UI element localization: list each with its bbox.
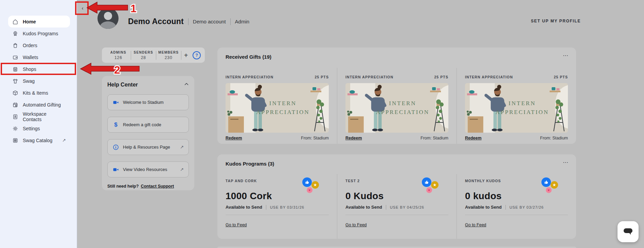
gift-name: INTERN APPRECIATION <box>345 75 393 79</box>
sidebar-item-swag-catalog[interactable]: Swag Catalog ↗ <box>8 134 70 146</box>
kudos-programs-icon <box>12 31 18 37</box>
divider <box>465 215 568 215</box>
divider <box>188 18 189 25</box>
add-member-button[interactable]: + <box>184 52 188 59</box>
video-camera-icon <box>112 99 119 106</box>
overflow-menu-icon[interactable]: ⋯ <box>563 159 569 166</box>
sidebar-item-label: Workspace Contacts <box>23 111 66 122</box>
gift-points: 25 PTS <box>434 75 448 79</box>
help-question-icon[interactable]: ? <box>193 51 201 59</box>
sidebar-item-label: Home <box>23 19 36 24</box>
go-to-feed-link[interactable]: Go to Feed <box>345 223 367 227</box>
kudos-programs-title: Kudos Programs (3) <box>226 161 274 167</box>
received-gifts-header: Received Gifts (19) ⋯ <box>217 47 576 60</box>
sidebar-item-label: Automated Gifting <box>23 102 61 108</box>
redeem-link[interactable]: Redeem <box>345 136 362 140</box>
sidebar-item-label: Shops <box>23 66 36 72</box>
gift-card: INTERN APPRECIATION 25 PTS <box>337 68 457 144</box>
gift-points: 25 PTS <box>554 75 568 79</box>
annotation-step-1: 1 <box>130 2 137 15</box>
kudos-use-by: USE BY 04/25/26 <box>390 205 424 209</box>
kudos-card: MONTHLY KUDOS ★ ♥ 0 kudos Available to S… <box>457 174 576 239</box>
heart-icon: ♥ <box>307 187 312 193</box>
gift-illustration: INTERN APPRECIATION <box>226 83 329 133</box>
gift-card-footer: Redeem From: Stadium <box>226 136 329 140</box>
kudos-meta: Available to Send USE BY 03/31/26 <box>226 205 329 210</box>
kudos-status: Available to Send <box>226 205 262 210</box>
divider <box>266 205 266 210</box>
help-item-resources-page[interactable]: Help & Resources Page ↗ <box>107 139 189 155</box>
redeem-link[interactable]: Redeem <box>226 136 242 140</box>
help-item-video-resources[interactable]: View Video Resources ↗ <box>107 161 189 177</box>
heart-icon: ♥ <box>426 187 432 193</box>
gift-card-labels: INTERN APPRECIATION 25 PTS <box>345 75 448 79</box>
external-link-icon: ↗ <box>62 138 66 143</box>
gift-art-line2: APPRECIATION <box>366 108 440 117</box>
help-item-label: Help & Resources Page <box>123 145 170 150</box>
help-footer: Still need help?Contact Support <box>107 184 189 189</box>
go-to-feed-link[interactable]: Go to Feed <box>465 223 486 227</box>
gift-art-line1: INTERN <box>366 99 440 108</box>
star-icon: ★ <box>551 181 558 189</box>
sidebar-item-label: Swag <box>23 78 35 84</box>
chat-launcher-button[interactable] <box>618 221 639 242</box>
kudos-status: Available to Send <box>465 205 502 210</box>
account-header: Demo Account Demo account Admin <box>128 17 249 26</box>
sidebar-item-home[interactable]: Home <box>8 16 70 27</box>
kudos-programs-header: Kudos Programs (3) ⋯ <box>217 154 576 167</box>
star-icon: ★ <box>311 181 319 189</box>
gift-art-line2: APPRECIATION <box>246 108 320 117</box>
sidebar-item-settings[interactable]: Settings <box>8 122 70 134</box>
kudos-emoji-cluster: ★ ♥ <box>541 177 560 194</box>
sidebar-item-automated-gifting[interactable]: Automated Gifting <box>8 99 70 111</box>
setup-profile-button[interactable]: SET UP MY PROFILE <box>531 19 581 23</box>
heart-icon: ♥ <box>546 187 552 193</box>
sidebar-item-workspace-contacts[interactable]: Workspace Contacts <box>8 111 70 122</box>
gift-points: 25 PTS <box>315 75 329 79</box>
received-gifts-cards: INTERN APPRECIATION 25 PTS <box>217 68 576 144</box>
kits-items-icon <box>12 90 18 96</box>
thumbs-up-icon <box>541 177 551 187</box>
redeem-link[interactable]: Redeem <box>465 136 482 140</box>
wallets-icon <box>12 54 18 60</box>
help-center-panel: Help Center Welcome to Stadium $ Redeem … <box>102 76 194 190</box>
divider <box>345 215 448 215</box>
help-center-title: Help Center <box>107 82 138 88</box>
help-footer-text: Still need help? <box>107 184 139 189</box>
chevron-up-icon[interactable] <box>184 82 189 88</box>
gift-from: From: Stadium <box>540 136 568 140</box>
sidebar-item-kudos-programs[interactable]: Kudos Programs <box>8 27 70 39</box>
go-to-feed-link[interactable]: Go to Feed <box>226 223 247 227</box>
gift-art-line1: INTERN <box>485 99 559 108</box>
stat-value: 230 <box>156 55 181 60</box>
gift-card-labels: INTERN APPRECIATION 25 PTS <box>226 75 329 79</box>
kudos-emoji-cluster: ★ ♥ <box>302 177 321 194</box>
overflow-menu-icon[interactable]: ⋯ <box>563 52 569 59</box>
help-item-redeem-gift-code[interactable]: $ Redeem a gift code <box>107 117 189 133</box>
stat-value: 28 <box>131 55 156 60</box>
divider <box>226 215 329 215</box>
kudos-use-by: USE BY 03/27/26 <box>509 205 544 209</box>
sidebar-item-wallets[interactable]: Wallets <box>8 51 70 63</box>
sidebar-item-label: Kudos Programs <box>23 31 58 36</box>
help-center-header: Help Center <box>107 82 189 88</box>
sidebar-item-label: Wallets <box>23 55 38 60</box>
star-icon: ★ <box>431 181 439 189</box>
gift-from: From: Stadium <box>301 136 329 140</box>
page-title: Demo Account <box>128 17 184 26</box>
orders-icon <box>12 42 18 49</box>
divider <box>386 205 386 210</box>
video-camera-icon <box>112 166 119 173</box>
sidebar-item-shops[interactable]: Shops <box>8 63 70 75</box>
sidebar-item-swag[interactable]: Swag <box>8 75 70 87</box>
sidebar-item-orders[interactable]: Orders <box>8 39 70 51</box>
gift-art-caption: INTERN APPRECIATION <box>246 99 320 117</box>
help-item-welcome[interactable]: Welcome to Stadium <box>107 94 189 110</box>
kudos-status: Available to Send <box>345 205 382 210</box>
sidebar-collapse-button[interactable]: ‹ <box>77 2 88 14</box>
stat-label: MEMBERS <box>156 51 181 54</box>
sidebar-item-label: Settings <box>23 126 40 131</box>
contact-support-link[interactable]: Contact Support <box>141 184 174 189</box>
received-gifts-panel: Received Gifts (19) ⋯ INTERN APPRECIATIO… <box>217 47 576 144</box>
sidebar-item-kits-items[interactable]: Kits & Items <box>8 87 70 99</box>
